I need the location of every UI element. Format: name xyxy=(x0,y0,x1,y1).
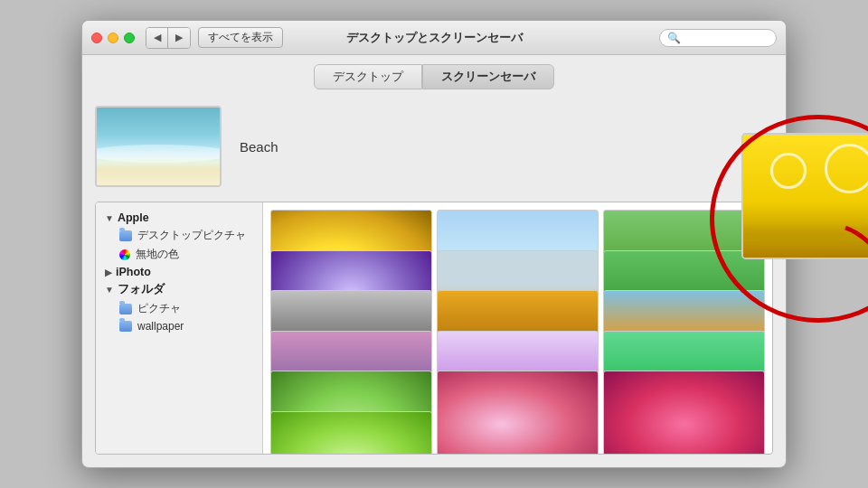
tab-screensaver[interactable]: スクリーンセーバ xyxy=(422,64,554,89)
sidebar-item-pictures-label: ピクチャ xyxy=(137,301,181,316)
main-area: ▼ Apple デスクトップピクチャ 無地の色 ▶ iPhoto xyxy=(95,202,773,455)
triangle-icon-folder: ▼ xyxy=(105,285,114,295)
show-all-button[interactable]: すべてを表示 xyxy=(198,27,283,48)
tabs-bar: デスクトップ スクリーンセーバ xyxy=(82,55,786,97)
titlebar: ◀ ▶ すべてを表示 デスクトップとスクリーンセーバ 🔍 xyxy=(82,21,786,55)
folder-icon xyxy=(119,230,132,241)
minimize-button[interactable] xyxy=(108,33,118,43)
sidebar-item-desktop-pictures-label: デスクトップピクチャ xyxy=(137,228,246,243)
sidebar-item-pictures[interactable]: ピクチャ xyxy=(96,299,262,318)
content-area: Beach ▼ Apple デスクトップピクチャ xyxy=(82,97,786,467)
maximize-button[interactable] xyxy=(124,33,135,43)
nav-back-button[interactable]: ◀ xyxy=(146,28,168,48)
sidebar-group-iphoto[interactable]: ▶ iPhoto xyxy=(96,264,262,280)
search-input[interactable] xyxy=(684,32,769,44)
sidebar-group-apple-label: Apple xyxy=(118,211,149,224)
preview-label: Beach xyxy=(240,139,278,155)
triangle-icon-iphoto: ▶ xyxy=(105,267,112,277)
grid-thumb-15[interactable] xyxy=(603,371,765,454)
search-box[interactable]: 🔍 xyxy=(659,29,777,47)
nav-buttons: ◀ ▶ xyxy=(146,27,191,49)
sidebar-group-folder[interactable]: ▼ フォルダ xyxy=(96,280,262,299)
sidebar-item-solid-colors[interactable]: 無地の色 xyxy=(96,245,262,264)
triangle-icon: ▼ xyxy=(105,213,114,223)
beach-image xyxy=(97,108,220,185)
sidebar-group-apple[interactable]: ▼ Apple xyxy=(96,210,262,226)
sidebar-item-wallpaper-label: wallpaper xyxy=(137,320,184,333)
grid-thumb-14[interactable] xyxy=(437,371,599,454)
wave xyxy=(95,145,222,163)
grid-thumb-16[interactable] xyxy=(270,411,432,455)
window-title: デスクトップとスクリーンセーバ xyxy=(346,30,523,46)
sidebar-item-solid-colors-label: 無地の色 xyxy=(136,247,179,262)
annotation-arrow xyxy=(836,219,868,309)
sidebar-group-iphoto-label: iPhoto xyxy=(116,266,151,278)
color-wheel-icon xyxy=(119,249,130,260)
sidebar-group-folder-label: フォルダ xyxy=(118,282,165,297)
sidebar-item-desktop-pictures[interactable]: デスクトップピクチャ xyxy=(96,226,262,245)
nav-forward-button[interactable]: ▶ xyxy=(168,28,190,48)
sidebar-item-wallpaper[interactable]: wallpaper xyxy=(96,318,262,334)
traffic-lights xyxy=(91,33,135,43)
search-icon: 🔍 xyxy=(667,32,681,44)
preview-thumbnail xyxy=(95,106,222,187)
folder-icon-wallpaper xyxy=(119,321,132,332)
thumbnail-grid xyxy=(263,202,772,454)
sidebar: ▼ Apple デスクトップピクチャ 無地の色 ▶ iPhoto xyxy=(96,202,263,454)
preview-row: Beach xyxy=(95,97,773,192)
folder-icon-pictures xyxy=(119,304,132,314)
close-button[interactable] xyxy=(91,33,102,43)
tab-desktop[interactable]: デスクトップ xyxy=(314,64,422,89)
main-window: ◀ ▶ すべてを表示 デスクトップとスクリーンセーバ 🔍 デスクトップ スクリー… xyxy=(81,20,787,468)
